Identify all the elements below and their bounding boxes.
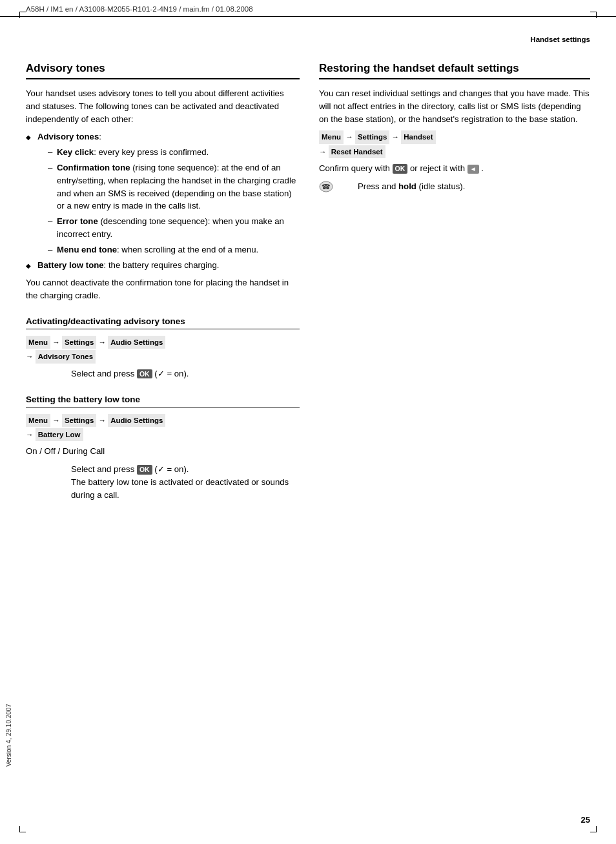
- crop-mark-br: [590, 826, 597, 832]
- action2-line2: The battery low tone is activated or dea…: [71, 477, 289, 500]
- sub-menu-end-text: : when scrolling at the end of a menu.: [117, 245, 258, 254]
- sub-error-tone: Error tone (descending tone sequence): w…: [48, 215, 300, 241]
- action-bold: hold: [398, 181, 416, 191]
- action1-suffix: (✓ = on).: [154, 369, 189, 378]
- sub-confirmation-label: Confirmation tone: [57, 163, 130, 172]
- menu-label-battery: Menu: [26, 414, 50, 427]
- action2-suffix: (✓ = on).: [154, 464, 189, 474]
- arrow2-battery: →: [99, 417, 108, 424]
- menu-line-2-advisory: → Advisory Tones: [26, 350, 300, 363]
- battery-options: On / Off / During Call: [26, 445, 300, 458]
- action-icon-col: ☎: [319, 180, 358, 192]
- left-column: Advisory tones Your handset uses advisor…: [26, 62, 300, 504]
- arrow3-battery: →: [26, 431, 36, 438]
- action-suffix: (idle status).: [419, 181, 466, 191]
- ok-btn-advisory: OK: [137, 369, 152, 379]
- advisory-note: You cannot deactivate the confirmation t…: [26, 276, 300, 302]
- right-column: Restoring the handset default settings Y…: [319, 62, 590, 504]
- main-content: Advisory tones Your handset uses advisor…: [0, 17, 616, 530]
- activating-heading: Activating/deactivating advisory tones: [26, 316, 300, 329]
- action-advisory: Select and press OK (✓ = on).: [26, 367, 300, 380]
- menu-label-advisory: Menu: [26, 336, 50, 349]
- ok-btn-restore: OK: [393, 164, 408, 174]
- sub-menu-end-tone: Menu end tone: when scrolling at the end…: [48, 243, 300, 256]
- restore-heading: Restoring the handset default settings: [319, 62, 590, 79]
- advisory-tones-heading: Advisory tones: [26, 62, 300, 79]
- sub-menu-end-label: Menu end tone: [57, 245, 117, 254]
- confirm-end: .: [481, 163, 484, 173]
- restore-intro: You can reset individual settings and ch…: [319, 87, 590, 125]
- advisory-tones-label: Advisory Tones: [36, 350, 96, 363]
- menu-line-2-restore: → Reset Handset: [319, 145, 590, 158]
- arrow1-battery: →: [52, 417, 62, 424]
- action1-text: Select and press: [71, 369, 134, 378]
- bullet-advisory-tones: Advisory tones: Key click: every key pre…: [26, 130, 300, 256]
- settings-label-advisory: Settings: [62, 336, 96, 349]
- menu-block-restore: Menu → Settings → Handset → Reset Handse…: [319, 130, 590, 158]
- action-row-phone: ☎ Press and hold (idle status).: [319, 180, 590, 193]
- menu-block-advisory: Menu → Settings → Audio Settings → Advis…: [26, 336, 300, 364]
- handset-label-restore: Handset: [401, 130, 435, 143]
- audio-label-advisory: Audio Settings: [108, 336, 165, 349]
- sub-confirmation-tone: Confirmation tone (rising tone sequence)…: [48, 161, 300, 212]
- menu-line-1-restore: Menu → Settings → Handset: [319, 130, 590, 143]
- reset-handset-label: Reset Handset: [329, 145, 385, 158]
- advisory-intro: Your handset uses advisory tones to tell…: [26, 87, 300, 125]
- page-number: 25: [581, 815, 590, 825]
- arrow1-restore: →: [345, 133, 355, 141]
- page-header: A58H / IM1 en / A31008-M2055-R101-2-4N19…: [0, 0, 616, 17]
- bullet-battery-low: Battery low tone: the battery requires c…: [26, 259, 300, 272]
- menu-line-1-battery: Menu → Settings → Audio Settings: [26, 414, 300, 427]
- advisory-bullet-list: Advisory tones: Key click: every key pre…: [26, 130, 300, 271]
- confirm-text2: or reject it with: [410, 163, 465, 173]
- crop-mark-tr: [590, 12, 597, 18]
- ok-btn-battery: OK: [137, 465, 152, 475]
- arrow2-restore: →: [392, 133, 402, 141]
- bullet-advisory-label: Advisory tones: [37, 132, 99, 141]
- sub-error-label: Error tone: [57, 216, 98, 226]
- action-text-col: Press and hold (idle status).: [358, 180, 465, 193]
- battery-heading: Setting the battery low tone: [26, 395, 300, 407]
- confirm-query: Confirm query with OK or reject it with …: [319, 162, 590, 175]
- sidebar-version: Version 4, 29.10.2007: [5, 704, 12, 767]
- battery-options-text: On / Off / During Call: [26, 446, 105, 456]
- sub-key-click-text: : every key press is confirmed.: [94, 147, 209, 157]
- settings-label-restore: Settings: [355, 130, 389, 143]
- crop-mark-tl: [19, 12, 26, 18]
- arrow1-advisory: →: [52, 338, 62, 346]
- action2-line1: Select and press: [71, 464, 134, 474]
- menu-line-2-battery: → Battery Low: [26, 428, 300, 441]
- confirm-text1: Confirm query with: [319, 163, 390, 173]
- advisory-sub-list: Key click: every key press is confirmed.…: [37, 146, 300, 256]
- bullet-battery-label: Battery low tone: [37, 260, 104, 270]
- menu-block-battery: Menu → Settings → Audio Settings → Batte…: [26, 414, 300, 442]
- svg-text:☎: ☎: [322, 183, 331, 190]
- action-battery: Select and press OK (✓ = on). The batter…: [26, 463, 300, 501]
- battery-low-label: Battery Low: [36, 428, 83, 441]
- arrow3-advisory: →: [26, 353, 36, 360]
- menu-line-1-advisory: Menu → Settings → Audio Settings: [26, 336, 300, 349]
- bullet-advisory-colon: :: [99, 132, 101, 141]
- crop-mark-bl: [19, 826, 26, 832]
- page-container: A58H / IM1 en / A31008-M2055-R101-2-4N19…: [0, 0, 616, 844]
- section-label: Handset settings: [530, 36, 590, 43]
- audio-label-battery: Audio Settings: [108, 414, 165, 427]
- phone-icon: ☎: [319, 181, 333, 192]
- menu-label-restore: Menu: [319, 130, 344, 143]
- action-text: Press and: [358, 181, 396, 191]
- sub-key-click-label: Key click: [57, 147, 94, 157]
- header-text: A58H / IM1 en / A31008-M2055-R101-2-4N19…: [26, 5, 253, 13]
- settings-label-battery: Settings: [62, 414, 96, 427]
- sub-key-click: Key click: every key press is confirmed.: [48, 146, 300, 159]
- arrow3-restore: →: [319, 148, 329, 156]
- back-btn-restore: ◄: [467, 165, 479, 174]
- bullet-battery-text: : the battery requires charging.: [104, 260, 220, 270]
- arrow2-advisory: →: [99, 338, 108, 346]
